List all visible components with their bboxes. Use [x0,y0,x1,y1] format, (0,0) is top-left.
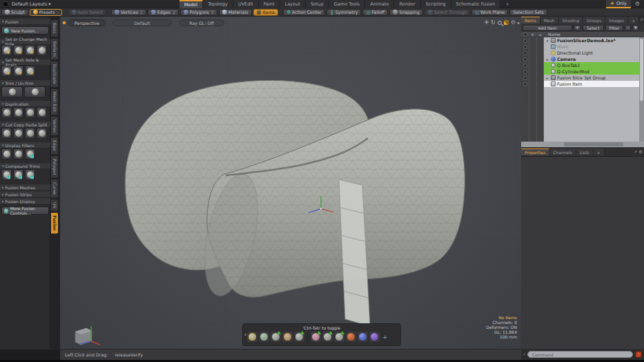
expand-arrow-icon[interactable]: ▸ [518,20,520,25]
fusion-preset-icon-2[interactable] [259,332,269,342]
pan-icon[interactable]: ✛ [484,19,489,26]
add-column-icon[interactable]: + [529,32,536,37]
tab-properties-add[interactable]: + [594,149,605,155]
eye-toggle[interactable] [521,44,529,50]
items-button[interactable]: Items [253,9,279,16]
polygons-button[interactable]: Polygons3 [180,9,217,16]
collapse-all-icon[interactable]: − [625,25,631,31]
eye-toggle[interactable] [521,37,529,44]
orbit-icon[interactable]: ↻ [491,19,496,26]
tab-model[interactable]: Model [179,0,204,8]
select-through-button[interactable]: Select Through [425,9,471,16]
display-filter-icon-3[interactable] [25,149,35,160]
toolbar-handle[interactable] [244,334,246,336]
eye-toggle[interactable] [521,81,529,87]
fusion-preset-icon-6[interactable] [311,332,321,342]
section-cut-copy-paste-split[interactable]: ▾Cut Copy Paste Split [0,121,50,127]
tab-setup[interactable]: Setup [306,0,329,8]
compound-trim-icon-3[interactable] [25,169,35,180]
filter-funnel-icon[interactable]: ▼ [632,25,638,31]
viewport-menu-icon[interactable] [63,21,66,24]
section-set-or-change-mesh-role[interactable]: ▾Set or Change Mesh Role [0,38,50,44]
duplication-icon-1[interactable] [1,107,12,118]
edges-button[interactable]: Edges2 [148,9,179,16]
tab-schematic-fusion[interactable]: Schematic Fusion [451,0,501,8]
trim-icon[interactable] [1,86,23,97]
falloff-button[interactable]: ◎Falloff [362,9,388,16]
vtab-deform[interactable]: Deform [50,38,59,60]
mesh-role-apply-icon-1[interactable]: + [1,66,12,77]
duplication-icon-2[interactable] [13,107,23,118]
eye-toggle[interactable] [521,68,529,75]
fusion-preset-icon-10[interactable] [358,332,368,342]
compound-trim-icon-2[interactable] [13,169,23,180]
command-input[interactable] [527,351,633,358]
untrim-icon[interactable] [24,86,46,97]
fusion-section-header[interactable]: ▾Fusion [0,18,50,24]
auto-select-button[interactable]: Auto Select [68,9,106,16]
viewport-settings-icon[interactable]: ⚙ [511,19,516,26]
tree-row-q-boxtab1[interactable]: Q-BoxTab1 [544,62,639,68]
tab-groups[interactable]: Groups [583,17,605,23]
tree-row-q-cylindermod[interactable]: Q-CylinderMod [544,68,639,75]
tab-images[interactable]: Images [605,17,628,23]
vtab-edge[interactable]: Edge [50,137,59,154]
section-compound-trims[interactable]: ▾Compound Trims [0,162,50,169]
filter-button[interactable]: Filter [605,25,624,31]
work-plane-button[interactable]: ◱Work Plane [471,9,508,16]
section-display-filters[interactable]: ▾Display Filters [0,142,50,148]
tab-scripting[interactable]: Scripting [421,0,451,8]
presets-button[interactable]: Presets∷ [30,9,62,16]
command-history-icon[interactable] [635,351,642,358]
vtab-fusion[interactable]: Fusion [50,212,59,234]
tab-animate[interactable]: Animate [365,0,394,8]
section-trim-untrim[interactable]: ▾Trim / Un-Trim [0,79,50,86]
add-tab-button[interactable]: + [500,0,514,8]
expand-panel-icon[interactable]: ↗ [639,17,643,23]
tab-lists[interactable]: Lists [576,149,594,155]
tab-shading[interactable]: Shading [559,17,583,23]
display-filter-icon-2[interactable] [13,149,23,160]
layout-switcher[interactable]: Default Layouts ▾ [12,1,51,7]
tree-row-directional-light[interactable]: Directional Light [544,50,639,56]
eye-toggle[interactable] [521,62,529,68]
paste-icon[interactable] [25,128,35,139]
duplication-icon-3[interactable] [25,107,35,118]
vertices-button[interactable]: Vertices1 [111,9,146,16]
eye-toggle[interactable] [521,75,529,81]
add-item-button[interactable]: Add Item [523,25,572,31]
symmetry-button[interactable]: ❙Symmetry [326,9,362,16]
view-preset-selector[interactable]: Default [113,19,172,26]
tab-items[interactable]: Items [521,17,540,23]
vtab-vertex[interactable]: Vertex [50,116,59,136]
only-toggle[interactable]: ★ Only [606,0,631,8]
properties-gear-icon[interactable]: ⚙ [638,149,643,155]
compound-trim-icon-1[interactable] [1,169,12,180]
fusion-preset-icon-1[interactable] [247,332,257,342]
section-fusion-strips[interactable]: ▸Fusion Strips [0,191,50,197]
mesh-role-icon-1[interactable]: + [1,45,12,56]
tree-row-camera[interactable]: ▸Camera [544,56,639,62]
viewport-3d[interactable]: Perspective Default Ray GL: Off ✛ ↻ ⚙ ▸ … [60,17,521,349]
fusion-preset-icon-11[interactable] [369,332,380,342]
tab-uvedit[interactable]: UVEdit [233,0,259,8]
projection-selector[interactable]: Perspective [68,19,106,26]
eye-toggle[interactable] [521,50,529,56]
mesh-role-icon-4[interactable] [37,45,47,56]
fusion-preset-icon-5[interactable] [294,332,304,342]
raygl-selector[interactable]: Ray GL: Off [179,19,224,26]
tree-row-scene[interactable]: ▾FusionSlicerDemoA.lxo* [544,37,639,44]
vtab-mesh-edit[interactable]: Mesh Edit [50,88,59,115]
section-duplication[interactable]: ▾Duplication [0,100,50,106]
fusion-preset-icon-4[interactable] [282,332,293,342]
split-icon[interactable] [37,128,47,139]
eye-toggle[interactable] [521,56,529,62]
vtab-uv[interactable]: UV [50,199,59,212]
thumbnail-icon[interactable] [504,20,509,25]
vtab-basic[interactable]: Basic [50,19,59,37]
tab-layout[interactable]: Layout [280,0,306,8]
mesh-role-icon-3[interactable]: + [25,45,35,56]
tab-channels[interactable]: Channels [549,149,576,155]
fusion-preset-icon-3[interactable] [271,332,281,342]
tree-row-fusion-item[interactable]: Fusion Item [544,81,639,87]
